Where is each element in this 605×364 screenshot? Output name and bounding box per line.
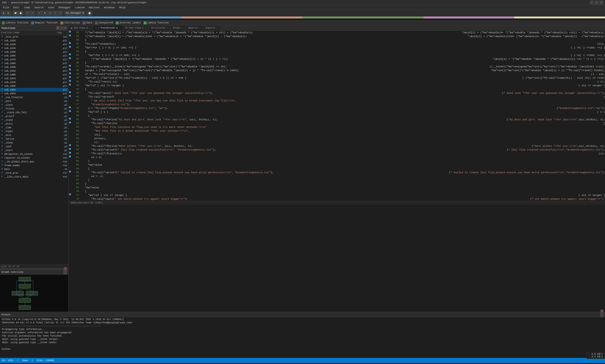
output-pin-button[interactable]: 📌 [600, 310, 604, 313]
code-line[interactable]: 54 "But this file is a great milestone "… [68, 129, 605, 133]
close-button[interactable]: ✕ [599, 1, 603, 4]
tab-ida-view-a[interactable]: ▦ IDA View-A ✕ [68, 26, 93, 30]
function-row[interactable]: f _printf .pl [0, 114, 68, 118]
tab-hex-view-1-close[interactable]: ✕ [145, 27, 146, 29]
function-row[interactable]: f _cxa_finalize .pl [0, 95, 68, 99]
code-line[interactable]: 65 "fn-call">printf(" Failed to create [… [68, 171, 605, 174]
function-row[interactable]: f __libc_start_main ext [0, 175, 68, 179]
functions-minimize-button[interactable]: ─ [60, 26, 63, 30]
function-row[interactable]: f __do_global_dtors_aux .tex [0, 160, 68, 164]
function-row[interactable]: f sub_10C0 .plt [0, 80, 68, 84]
code-line[interactable]: 66 v4 = -2; [68, 174, 605, 178]
tb-undo[interactable]: ↩ [25, 11, 30, 16]
function-row[interactable]: f sub_10C0 .plt [0, 77, 68, 80]
functions-close-button[interactable]: ✕ [64, 26, 67, 30]
function-row[interactable]: f sub_1060 .plt [0, 54, 68, 58]
tab-enums[interactable]: Enums ✕ [171, 26, 185, 30]
function-row[interactable]: f _time .pl [0, 126, 68, 130]
function-row[interactable]: f _fwrite .pl [0, 137, 68, 141]
code-line[interactable]: 51 "fn-call">fwrite("Hi.boys and girs. G… [68, 118, 605, 121]
function-row[interactable]: f _srand .pl [0, 118, 68, 122]
menu-options[interactable]: Options [87, 6, 102, 10]
output-minimize-button[interactable]: ─ [600, 313, 604, 316]
code-line[interactable]: 49 "kw">if ( s ) ( s ) [68, 110, 605, 114]
code-line[interactable]: 63 "kw">else [68, 163, 605, 167]
function-row[interactable]: f sub_1090 .plt [0, 65, 68, 69]
menu-search[interactable]: Search [32, 6, 46, 10]
function-row[interactable]: f sub_10F0 .plt [0, 92, 68, 95]
graph-pin-button[interactable]: 📌 [64, 267, 67, 270]
code-line[interactable]: 67 } [68, 178, 605, 182]
function-row[interactable]: f sub_1030 .plt [0, 42, 68, 46]
menu-view[interactable]: View [46, 6, 56, 10]
menu-windows[interactable]: Windows [102, 6, 117, 10]
code-line[interactable]: 56 0x7AuLL, [68, 137, 605, 140]
debugger-dropdown[interactable]: No debugger ▼ [65, 11, 85, 16]
tab-ida-view-a-close[interactable]: ✕ [89, 27, 90, 29]
code-line[interactable]: 70 { [68, 190, 605, 193]
function-row[interactable]: f register_tm_clones .tex [0, 156, 68, 160]
menu-lumina[interactable]: Lumina [73, 6, 87, 10]
code-line[interactable]: 39 v7 = "fn-call">clock() - v12;() - v12… [68, 72, 605, 76]
minimize-button[interactable]: ─ [590, 1, 594, 4]
tb-run[interactable]: ▶ [37, 11, 42, 16]
tb-open[interactable]: 📁 [13, 11, 18, 16]
function-row[interactable]: f _start .pl [0, 148, 68, 152]
function-row[interactable]: f sub_1040 .plt [0, 46, 68, 50]
menu-file[interactable]: File [1, 6, 11, 10]
tab-exports[interactable]: Exports ✕ [203, 26, 220, 30]
functions-list[interactable]: f _init_proc .ini f sub_1020 .plt f sub_… [0, 35, 68, 264]
code-line[interactable]: 64 { [68, 167, 605, 171]
function-row[interactable]: f _init_proc .ini [0, 35, 68, 39]
code-line[interactable]: 45 "fn-call">printf(( [68, 95, 605, 99]
menu-debugger[interactable]: Debugger [56, 6, 73, 10]
tb-step-into[interactable]: ⤵ [53, 11, 57, 16]
tab-hex-view-1[interactable]: 0x Hex View-1 ✕ [123, 26, 149, 30]
tb-stop[interactable]: ■ [48, 11, 52, 16]
function-row[interactable]: f _rand .pl [0, 145, 68, 148]
function-row[interactable]: f _exit .pl [0, 133, 68, 137]
function-row[interactable]: f sub_1070 .plt [0, 58, 68, 62]
tab-structures[interactable]: Structures ✕ [149, 26, 171, 30]
tb-step-over[interactable]: ⤸ [58, 11, 63, 16]
code-line[interactable]: 58 "fn-call">fwrite("best wishes ">for y… [68, 144, 605, 148]
function-row[interactable]: f __stack_chk_fail .pl [0, 111, 68, 114]
code-line[interactable]: 38 target = ("kw">unsigned "kw">int)("kw… [68, 68, 605, 72]
function-row[interactable]: f deregister_tm_clones .tex [0, 152, 68, 156]
tab-imports-close[interactable]: ✕ [199, 27, 200, 29]
code-line[interactable]: 52 "fn-call">fwrite(( [68, 121, 605, 125]
code-line[interactable]: 48 s = "fn-call">fopen("breakthroughentr… [68, 106, 605, 110]
menu-edit[interactable]: Edit [11, 6, 21, 10]
code-line[interactable]: 34 "kw">for ( i = 0; i <= 999; ++i ) ( i… [68, 53, 605, 57]
function-row[interactable]: f _fclose .pl [0, 107, 68, 111]
code-line[interactable]: 53 "but this file contains no flag,you n… [68, 125, 605, 129]
code-line[interactable]: 30 } [68, 38, 605, 42]
functions-pin-button[interactable]: 📌 [56, 26, 59, 30]
function-row[interactable]: f main .te [0, 167, 68, 171]
tab-structures-close[interactable]: ✕ [167, 27, 168, 29]
code-line[interactable]: 29 *("kw">double *)&v14[i] = ("kw">doubl… [68, 35, 605, 38]
code-line[interactable]: 36 } [68, 61, 605, 65]
code-line[interactable]: 40 "kw">if ( ("kw">int)("fn-call">time(0… [68, 76, 605, 80]
function-row[interactable]: f sub_1050 .plt [0, 50, 68, 54]
code-line[interactable]: 59 "fn-call">printf(" [%s] file created … [68, 148, 605, 152]
code-line[interactable]: 43 { [68, 88, 605, 91]
function-row[interactable]: f sub_10D0 .plt [0, 84, 68, 88]
code-line[interactable]: 61 v4 = 0; [68, 156, 605, 159]
tab-imports[interactable]: Imports ✕ [185, 26, 203, 30]
tb-forward[interactable]: ▶ [6, 11, 11, 16]
function-row[interactable]: f _fopen .pl [0, 130, 68, 133]
code-line[interactable]: 32 "kw">for ( j = 0; j <= 100; ++j ) ( j… [68, 46, 605, 50]
function-row[interactable]: f frame_dummy .tex [0, 164, 68, 167]
tb-pause[interactable]: ⏸ [42, 11, 47, 16]
tab-enums-close[interactable]: ✕ [181, 27, 183, 29]
tb-back[interactable]: ◀ [1, 11, 6, 16]
tb-save[interactable]: 💾 [18, 11, 23, 16]
code-line[interactable]: 68 } [68, 182, 605, 186]
function-row[interactable]: f _atoll .pl [0, 122, 68, 126]
tab-pseudocode-a-close[interactable]: ✕ [119, 27, 120, 29]
code-line[interactable]: 35 *("kw">double *)&v15[i] = *("kw">doub… [68, 57, 605, 61]
menu-help[interactable]: Help [117, 6, 127, 10]
code-line[interactable]: 33 { [68, 50, 605, 53]
code-line[interactable]: 47 "breakthroughentry.txt"); [68, 103, 605, 106]
